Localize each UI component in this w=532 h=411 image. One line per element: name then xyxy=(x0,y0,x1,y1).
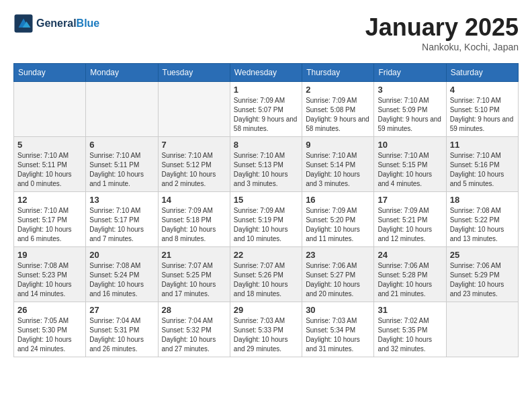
col-sunday: Sunday xyxy=(14,64,86,82)
day-number: 17 xyxy=(378,195,442,205)
day-info: Sunrise: 7:07 AM Sunset: 5:26 PM Dayligh… xyxy=(234,261,298,299)
sunset: Sunset: 5:15 PM xyxy=(378,161,427,169)
sunrise: Sunrise: 7:08 AM xyxy=(450,207,501,214)
calendar-day-cell: 14 Sunrise: 7:09 AM Sunset: 5:18 PM Dayl… xyxy=(158,192,230,247)
daylight: Daylight: 10 hours and 27 minutes. xyxy=(162,336,216,353)
daylight: Daylight: 10 hours and 3 minutes. xyxy=(234,171,288,187)
calendar-week-row: 26 Sunrise: 7:05 AM Sunset: 5:30 PM Dayl… xyxy=(14,302,519,357)
calendar-day-cell: 13 Sunrise: 7:10 AM Sunset: 5:17 PM Dayl… xyxy=(86,192,158,247)
calendar-day-cell: 20 Sunrise: 7:08 AM Sunset: 5:24 PM Dayl… xyxy=(86,247,158,302)
calendar-header-row: Sunday Monday Tuesday Wednesday Thursday… xyxy=(14,64,519,82)
calendar-day-cell: 28 Sunrise: 7:04 AM Sunset: 5:32 PM Dayl… xyxy=(158,302,230,357)
day-number: 23 xyxy=(306,250,370,260)
calendar-day-cell: 30 Sunrise: 7:03 AM Sunset: 5:34 PM Dayl… xyxy=(302,302,374,357)
day-info: Sunrise: 7:08 AM Sunset: 5:24 PM Dayligh… xyxy=(89,261,154,299)
sunrise: Sunrise: 7:09 AM xyxy=(162,207,213,214)
calendar-day-cell: 18 Sunrise: 7:08 AM Sunset: 5:22 PM Dayl… xyxy=(446,192,518,247)
sunset: Sunset: 5:08 PM xyxy=(306,106,355,113)
day-info: Sunrise: 7:10 AM Sunset: 5:10 PM Dayligh… xyxy=(450,96,515,134)
daylight: Daylight: 10 hours and 12 minutes. xyxy=(378,226,432,242)
title-block: January 2025 Nankoku, Kochi, Japan xyxy=(365,13,519,52)
daylight: Daylight: 10 hours and 32 minutes. xyxy=(378,336,432,353)
sunrise: Sunrise: 7:02 AM xyxy=(378,317,429,324)
sunset: Sunset: 5:20 PM xyxy=(306,216,355,224)
calendar-day-cell: 26 Sunrise: 7:05 AM Sunset: 5:30 PM Dayl… xyxy=(14,302,86,357)
sunset: Sunset: 5:33 PM xyxy=(234,326,283,334)
day-number: 4 xyxy=(450,85,515,95)
sunrise: Sunrise: 7:10 AM xyxy=(89,207,140,214)
daylight: Daylight: 9 hours and 59 minutes. xyxy=(378,116,441,132)
daylight: Daylight: 10 hours and 10 minutes. xyxy=(234,226,288,242)
day-info: Sunrise: 7:06 AM Sunset: 5:27 PM Dayligh… xyxy=(306,261,370,299)
day-number: 29 xyxy=(234,305,298,315)
day-number: 9 xyxy=(306,140,370,150)
sunrise: Sunrise: 7:03 AM xyxy=(306,317,357,324)
daylight: Daylight: 10 hours and 21 minutes. xyxy=(378,281,432,298)
sunset: Sunset: 5:14 PM xyxy=(306,161,355,169)
col-friday: Friday xyxy=(374,64,446,82)
day-number: 24 xyxy=(378,250,442,260)
day-info: Sunrise: 7:09 AM Sunset: 5:07 PM Dayligh… xyxy=(234,96,298,134)
sunrise: Sunrise: 7:10 AM xyxy=(17,207,69,214)
calendar-day-cell: 15 Sunrise: 7:09 AM Sunset: 5:19 PM Dayl… xyxy=(230,192,302,247)
day-number: 19 xyxy=(17,250,82,260)
daylight: Daylight: 10 hours and 4 minutes. xyxy=(378,171,432,187)
sunrise: Sunrise: 7:04 AM xyxy=(89,317,140,324)
day-info: Sunrise: 7:10 AM Sunset: 5:09 PM Dayligh… xyxy=(378,96,442,134)
day-info: Sunrise: 7:10 AM Sunset: 5:16 PM Dayligh… xyxy=(450,151,515,189)
sunset: Sunset: 5:10 PM xyxy=(450,106,500,113)
day-info: Sunrise: 7:06 AM Sunset: 5:28 PM Dayligh… xyxy=(378,261,442,299)
calendar-day-cell: 9 Sunrise: 7:10 AM Sunset: 5:14 PM Dayli… xyxy=(302,137,374,192)
sunrise: Sunrise: 7:09 AM xyxy=(234,97,285,104)
sunrise: Sunrise: 7:10 AM xyxy=(89,152,140,159)
page-header: GeneralBlue January 2025 Nankoku, Kochi,… xyxy=(13,13,519,52)
sunrise: Sunrise: 7:04 AM xyxy=(162,317,213,324)
sunrise: Sunrise: 7:10 AM xyxy=(450,152,501,159)
day-number: 28 xyxy=(162,305,226,315)
calendar-day-cell: 31 Sunrise: 7:02 AM Sunset: 5:35 PM Dayl… xyxy=(374,302,446,357)
sunrise: Sunrise: 7:08 AM xyxy=(17,262,69,269)
calendar-day-cell: 23 Sunrise: 7:06 AM Sunset: 5:27 PM Dayl… xyxy=(302,247,374,302)
calendar-day-cell: 12 Sunrise: 7:10 AM Sunset: 5:17 PM Dayl… xyxy=(14,192,86,247)
day-number: 8 xyxy=(234,140,298,150)
day-number: 13 xyxy=(89,195,154,205)
calendar-day-cell: 16 Sunrise: 7:09 AM Sunset: 5:20 PM Dayl… xyxy=(302,192,374,247)
day-number: 1 xyxy=(234,85,298,95)
sunset: Sunset: 5:07 PM xyxy=(234,106,283,113)
calendar-day-cell: 25 Sunrise: 7:06 AM Sunset: 5:29 PM Dayl… xyxy=(446,247,518,302)
sunrise: Sunrise: 7:09 AM xyxy=(306,207,357,214)
sunset: Sunset: 5:21 PM xyxy=(378,216,427,224)
day-info: Sunrise: 7:04 AM Sunset: 5:32 PM Dayligh… xyxy=(162,316,226,354)
daylight: Daylight: 9 hours and 59 minutes. xyxy=(450,116,514,132)
location: Nankoku, Kochi, Japan xyxy=(365,42,519,52)
daylight: Daylight: 10 hours and 2 minutes. xyxy=(162,171,216,187)
calendar-day-cell: 27 Sunrise: 7:04 AM Sunset: 5:31 PM Dayl… xyxy=(86,302,158,357)
day-number: 30 xyxy=(306,305,370,315)
sunset: Sunset: 5:26 PM xyxy=(234,271,283,279)
sunset: Sunset: 5:28 PM xyxy=(378,271,427,279)
sunrise: Sunrise: 7:09 AM xyxy=(378,207,429,214)
calendar-day-cell: 7 Sunrise: 7:10 AM Sunset: 5:12 PM Dayli… xyxy=(158,137,230,192)
calendar-day-cell: 8 Sunrise: 7:10 AM Sunset: 5:13 PM Dayli… xyxy=(230,137,302,192)
sunrise: Sunrise: 7:10 AM xyxy=(378,97,429,104)
day-number: 3 xyxy=(378,85,442,95)
sunrise: Sunrise: 7:06 AM xyxy=(306,262,357,269)
daylight: Daylight: 10 hours and 5 minutes. xyxy=(450,171,504,187)
daylight: Daylight: 10 hours and 31 minutes. xyxy=(306,336,360,353)
calendar-day-cell: 4 Sunrise: 7:10 AM Sunset: 5:10 PM Dayli… xyxy=(446,82,518,137)
sunset: Sunset: 5:24 PM xyxy=(89,271,139,279)
day-number: 15 xyxy=(234,195,298,205)
daylight: Daylight: 10 hours and 17 minutes. xyxy=(162,281,216,298)
sunset: Sunset: 5:31 PM xyxy=(89,326,139,334)
month-title: January 2025 xyxy=(365,13,519,42)
col-thursday: Thursday xyxy=(302,64,374,82)
daylight: Daylight: 10 hours and 26 minutes. xyxy=(89,336,144,353)
calendar-day-cell: 5 Sunrise: 7:10 AM Sunset: 5:11 PM Dayli… xyxy=(14,137,86,192)
daylight: Daylight: 10 hours and 8 minutes. xyxy=(162,226,216,242)
day-info: Sunrise: 7:06 AM Sunset: 5:29 PM Dayligh… xyxy=(450,261,515,299)
sunset: Sunset: 5:34 PM xyxy=(306,326,355,334)
sunset: Sunset: 5:22 PM xyxy=(450,216,500,224)
day-number: 16 xyxy=(306,195,370,205)
col-monday: Monday xyxy=(86,64,158,82)
sunrise: Sunrise: 7:06 AM xyxy=(378,262,429,269)
